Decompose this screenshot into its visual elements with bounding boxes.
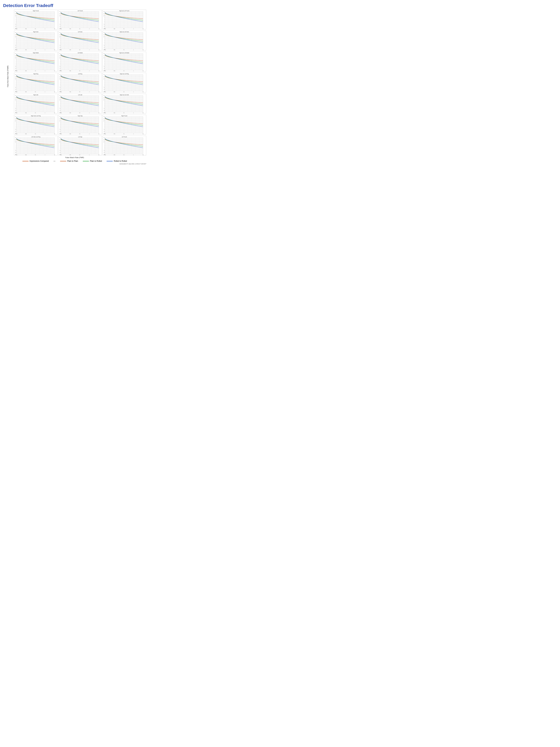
chart-r1c0: 0.10.20.51251020500.0010.010.1110Right I… xyxy=(14,31,58,50)
svg-text:0.5: 0.5 xyxy=(15,121,16,121)
svg-text:1: 1 xyxy=(89,133,89,134)
svg-text:20: 20 xyxy=(59,26,60,27)
svg-text:20: 20 xyxy=(59,131,60,132)
svg-text:5: 5 xyxy=(60,127,60,127)
svg-text:0.2: 0.2 xyxy=(15,14,16,14)
svg-text:10: 10 xyxy=(54,154,55,155)
svg-text:0.1: 0.1 xyxy=(35,92,36,92)
svg-text:0.01: 0.01 xyxy=(114,28,115,29)
legend: Impressions Compared — Plain to Plain Pl… xyxy=(3,160,146,162)
svg-text:5: 5 xyxy=(104,43,105,44)
svg-text:10: 10 xyxy=(143,50,143,50)
svg-text:0.01: 0.01 xyxy=(114,112,115,113)
svg-text:1: 1 xyxy=(60,81,60,81)
svg-text:0.001: 0.001 xyxy=(104,92,106,92)
svg-text:10: 10 xyxy=(59,129,60,129)
svg-text:0.01: 0.01 xyxy=(25,71,27,71)
chart-r6c2: 0.10.20.51251020500.0010.010.1110Left Th… xyxy=(103,136,146,155)
svg-text:5: 5 xyxy=(16,127,16,127)
svg-text:0.01: 0.01 xyxy=(114,154,115,155)
svg-text:5: 5 xyxy=(16,43,16,44)
svg-text:0.001: 0.001 xyxy=(104,71,106,71)
legend-plain-rolled-label: Plain to Rolled xyxy=(90,160,102,162)
svg-text:0.001: 0.001 xyxy=(104,133,106,134)
svg-text:0.1: 0.1 xyxy=(59,95,60,96)
svg-text:20: 20 xyxy=(15,152,16,153)
svg-text:10: 10 xyxy=(54,28,55,29)
svg-text:Left Thumb: Left Thumb xyxy=(77,10,83,11)
svg-text:1: 1 xyxy=(16,144,16,145)
svg-text:0.01: 0.01 xyxy=(25,28,27,29)
svg-text:0.1: 0.1 xyxy=(35,154,36,155)
chart-r1c2: 0.10.20.51251020500.0010.010.1110Right a… xyxy=(103,31,146,50)
svg-text:0.1: 0.1 xyxy=(124,28,125,29)
svg-text:Right and Left Ring: Right and Left Ring xyxy=(120,73,129,74)
svg-text:Right Index: Right Index xyxy=(33,31,38,32)
svg-text:0.1: 0.1 xyxy=(35,28,36,29)
svg-text:0.01: 0.01 xyxy=(70,154,71,155)
svg-text:20: 20 xyxy=(104,89,105,89)
chart-r2c0: 0.10.20.51251020500.0010.010.1110Right M… xyxy=(14,52,58,72)
svg-text:0.001: 0.001 xyxy=(60,92,61,92)
svg-text:1: 1 xyxy=(45,112,45,113)
svg-text:0.1: 0.1 xyxy=(124,154,125,155)
svg-text:1: 1 xyxy=(133,133,134,134)
svg-text:2: 2 xyxy=(104,41,105,42)
svg-text:1: 1 xyxy=(133,71,134,71)
svg-text:0.001: 0.001 xyxy=(16,50,17,50)
svg-text:0.5: 0.5 xyxy=(15,36,16,37)
legend-rolled-rolled-line xyxy=(107,161,113,161)
svg-text:10: 10 xyxy=(59,45,60,46)
svg-text:0.2: 0.2 xyxy=(59,55,60,56)
chart-row-0: 0.10.20.51251020500.0010.010.1110Right T… xyxy=(14,10,146,29)
svg-text:1: 1 xyxy=(133,50,134,50)
y-axis-label: False-​Non-​Match Rate (FNMR) xyxy=(7,78,9,87)
chart-r5c1: 0.10.20.51251020500.0010.010.1110Right S… xyxy=(58,115,102,134)
svg-text:0.1: 0.1 xyxy=(104,117,105,117)
svg-text:10: 10 xyxy=(59,66,60,67)
svg-text:0.1: 0.1 xyxy=(79,133,80,134)
svg-text:Right Little: Right Little xyxy=(33,94,38,95)
svg-text:Right and Left Little: Right and Left Little xyxy=(120,94,129,95)
footer-text: Generated 07 July 2024, 10:56:27 AM EDT xyxy=(3,163,146,165)
svg-text:0.1: 0.1 xyxy=(59,11,60,12)
svg-text:10: 10 xyxy=(104,87,105,87)
svg-text:1: 1 xyxy=(16,59,16,60)
svg-text:10: 10 xyxy=(104,129,105,129)
svg-text:10: 10 xyxy=(59,87,60,87)
chart-row-2: 0.10.20.51251020500.0010.010.1110Right M… xyxy=(14,52,146,72)
svg-text:10: 10 xyxy=(15,24,16,25)
chart-r0c1: 0.10.20.51251020500.0010.010.1110Left Th… xyxy=(58,10,102,29)
svg-text:0.5: 0.5 xyxy=(59,16,60,16)
svg-text:5: 5 xyxy=(104,106,105,106)
svg-text:0.2: 0.2 xyxy=(104,55,105,56)
svg-text:2: 2 xyxy=(16,146,16,147)
svg-text:1: 1 xyxy=(133,28,134,29)
svg-text:0.5: 0.5 xyxy=(15,58,16,58)
svg-text:10: 10 xyxy=(54,112,55,113)
svg-text:10: 10 xyxy=(98,133,99,134)
svg-text:0.2: 0.2 xyxy=(104,34,105,35)
svg-text:1: 1 xyxy=(104,123,105,123)
svg-text:0.2: 0.2 xyxy=(15,55,16,56)
svg-text:0.001: 0.001 xyxy=(16,154,17,155)
svg-text:0.5: 0.5 xyxy=(59,79,60,79)
svg-text:5: 5 xyxy=(16,63,16,65)
svg-text:Right Index and Ring: Right Index and Ring xyxy=(31,115,41,117)
legend-plain-to-plain: Plain to Plain xyxy=(60,160,78,162)
chart-r2c2: 0.10.20.51251020500.0010.010.1110Right a… xyxy=(103,52,146,72)
svg-text:0.2: 0.2 xyxy=(59,119,60,119)
svg-text:1: 1 xyxy=(104,38,105,40)
svg-text:5: 5 xyxy=(16,148,16,149)
svg-text:1: 1 xyxy=(60,123,60,123)
svg-text:10: 10 xyxy=(59,150,60,151)
svg-text:0.5: 0.5 xyxy=(59,141,60,142)
svg-text:0.1: 0.1 xyxy=(124,50,125,50)
svg-text:10: 10 xyxy=(143,28,143,29)
svg-text:2: 2 xyxy=(60,83,60,83)
legend-plain-plain-line xyxy=(60,161,66,161)
svg-text:0.001: 0.001 xyxy=(16,112,17,113)
svg-text:Left Index and Ring: Left Index and Ring xyxy=(31,136,41,137)
svg-text:1: 1 xyxy=(104,102,105,102)
svg-text:0.2: 0.2 xyxy=(15,34,16,35)
